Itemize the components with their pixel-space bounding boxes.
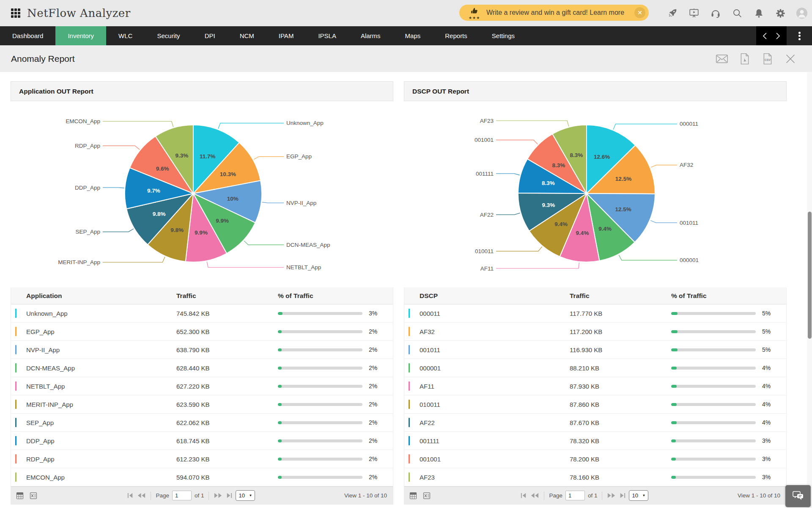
row-traffic: 627.220 KB [176, 383, 278, 390]
next-page-icon[interactable] [214, 492, 222, 499]
traffic-bar-track [671, 367, 756, 370]
pdf-icon[interactable] [738, 52, 751, 65]
prev-page-icon[interactable] [137, 492, 146, 499]
tab-inventory[interactable]: Inventory [55, 26, 106, 45]
tab-dashboard[interactable]: Dashboard [0, 26, 55, 45]
table-row: 00000188.210 KB4% [404, 359, 786, 377]
first-page-icon[interactable] [127, 492, 134, 499]
traffic-bar: 2% [278, 328, 393, 335]
tab-dpi[interactable]: DPI [192, 26, 228, 45]
presentation-icon[interactable] [688, 7, 700, 19]
tab-settings[interactable]: Settings [480, 26, 527, 45]
table-header: DSCP Traffic % of Traffic [404, 287, 786, 304]
search-icon[interactable] [731, 7, 743, 19]
table-export-icon[interactable] [409, 491, 418, 500]
traffic-bar: 2% [278, 346, 393, 353]
traffic-bar-track [671, 312, 756, 315]
row-color-tick [15, 454, 16, 464]
slice-callout-line [619, 255, 677, 260]
gear-icon[interactable] [774, 7, 786, 19]
traffic-bar: 4% [671, 419, 786, 426]
excel-export-icon[interactable] [422, 491, 431, 500]
traffic-bar: 2% [278, 419, 393, 426]
dscp-pie-chart: 12.6%00001112.5%AF3212.5%0010119.4%00000… [404, 101, 787, 287]
traffic-bar-track [671, 458, 756, 461]
slice-callout-label: EGP_App [286, 153, 312, 160]
headset-icon[interactable] [710, 7, 721, 19]
close-icon[interactable] [784, 52, 797, 65]
slice-callout-label: NETBLT_App [286, 264, 321, 271]
row-color-tick [15, 436, 16, 445]
review-banner[interactable]: ★★★ Write a review and win a gift card! … [459, 5, 649, 21]
excel-export-icon[interactable] [29, 491, 38, 500]
traffic-bar-fill [671, 403, 677, 406]
slice-callout-line [496, 213, 520, 215]
row-color-tick [409, 327, 410, 336]
traffic-bar-fill [278, 385, 282, 388]
tab-ipam[interactable]: IPAM [266, 26, 306, 45]
traffic-bar-track [671, 439, 756, 442]
traffic-bar-fill [671, 458, 676, 461]
row-color-tick [409, 381, 410, 391]
tab-maps[interactable]: Maps [393, 26, 433, 45]
next-page-icon[interactable] [607, 492, 616, 499]
page-size-select[interactable]: 10▼ [629, 490, 648, 501]
bell-icon[interactable] [753, 7, 765, 19]
application-pie-chart: 11.7%Unknown_App10.3%EGP_App10%NVP-II_Ap… [11, 101, 393, 287]
last-page-icon[interactable] [225, 492, 233, 499]
nav-scroll-arrows [756, 26, 787, 45]
traffic-bar-track [278, 439, 362, 442]
table-export-icon[interactable] [15, 491, 25, 500]
row-percent: 5% [762, 310, 771, 317]
page-size-select[interactable]: 10▼ [236, 490, 255, 501]
slice-callout-label: MERIT-INP_App [58, 259, 100, 265]
tab-alarms[interactable]: Alarms [348, 26, 393, 45]
row-color-tick [409, 454, 410, 464]
page-number-input[interactable] [172, 491, 192, 500]
traffic-bar: 3% [671, 437, 786, 444]
slice-callout-label: 010011 [475, 248, 494, 254]
row-color-tick [409, 472, 410, 482]
slice-percent-label: 12.5% [615, 176, 631, 182]
tab-reports[interactable]: Reports [433, 26, 480, 45]
page-scrollbar[interactable] [807, 72, 812, 508]
table-footer: Page of 1 10▼ View 1 - 10 of 10 [11, 486, 393, 504]
row-percent: 2% [369, 419, 377, 426]
traffic-bar: 3% [671, 456, 786, 462]
apps-grid-icon[interactable] [11, 8, 20, 18]
avatar[interactable] [796, 7, 808, 19]
banner-close-icon[interactable]: ✕ [634, 7, 645, 18]
traffic-bar-track [278, 458, 362, 461]
scrollbar-thumb[interactable] [808, 212, 812, 339]
table-row: MERIT-INP_App623.590 KB2% [11, 395, 393, 414]
kebab-menu-icon[interactable] [787, 26, 812, 45]
slice-callout-label: DDP_App [75, 185, 100, 191]
slice-percent-label: 9.4% [576, 230, 589, 236]
slice-callout-line [650, 221, 677, 223]
traffic-bar-fill [671, 439, 676, 442]
rocket-icon[interactable] [667, 7, 678, 19]
panel-title: Application OUT Report [19, 88, 93, 95]
csv-icon[interactable]: CSV [761, 52, 774, 65]
row-name: RDP_App [26, 456, 176, 463]
traffic-bar-fill [671, 476, 676, 479]
traffic-bar-track [278, 312, 362, 315]
table-header: Application Traffic % of Traffic [11, 287, 393, 304]
slice-percent-label: 8.3% [570, 152, 583, 158]
chevron-right-icon[interactable] [775, 32, 781, 40]
tab-ncm[interactable]: NCM [228, 26, 266, 45]
email-icon[interactable] [716, 52, 728, 65]
tab-ipsla[interactable]: IPSLA [306, 26, 348, 45]
chat-feedback-button[interactable] [785, 485, 811, 507]
table-row: EMCON_App594.070 KB2% [11, 468, 393, 486]
tab-security[interactable]: Security [145, 26, 192, 45]
page-number-input[interactable] [565, 491, 585, 500]
panel-title: DSCP OUT Report [412, 88, 469, 95]
slice-percent-label: 9.7% [147, 188, 160, 194]
prev-page-icon[interactable] [530, 492, 539, 499]
chevron-left-icon[interactable] [762, 32, 768, 40]
last-page-icon[interactable] [619, 492, 626, 499]
first-page-icon[interactable] [520, 492, 527, 499]
tab-wlc[interactable]: WLC [106, 26, 145, 45]
review-banner-text[interactable]: Write a review and win a gift card! Lear… [486, 9, 634, 17]
